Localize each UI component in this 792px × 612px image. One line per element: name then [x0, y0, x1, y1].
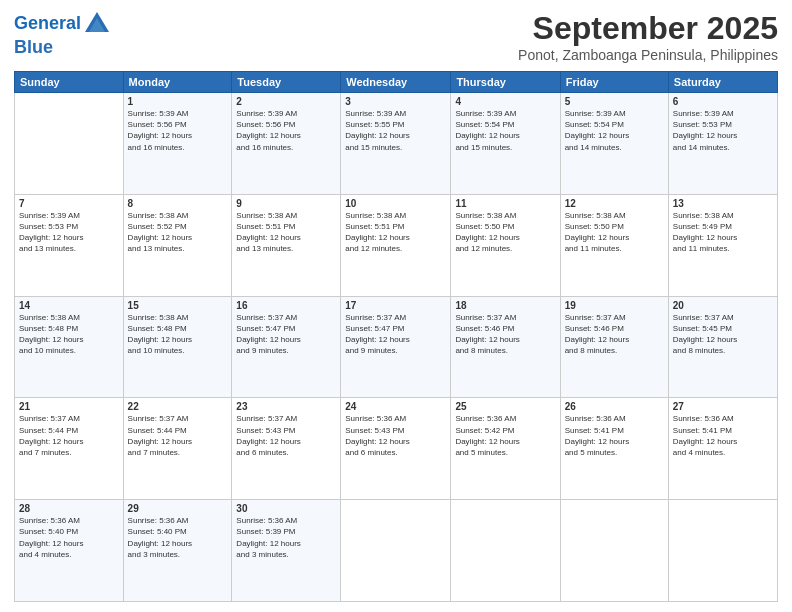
- calendar-cell: 5Sunrise: 5:39 AM Sunset: 5:54 PM Daylig…: [560, 93, 668, 195]
- weekday-header-friday: Friday: [560, 72, 668, 93]
- calendar-cell: 4Sunrise: 5:39 AM Sunset: 5:54 PM Daylig…: [451, 93, 560, 195]
- day-number: 10: [345, 198, 446, 209]
- day-number: 4: [455, 96, 555, 107]
- calendar-cell: 12Sunrise: 5:38 AM Sunset: 5:50 PM Dayli…: [560, 194, 668, 296]
- calendar-cell: 21Sunrise: 5:37 AM Sunset: 5:44 PM Dayli…: [15, 398, 124, 500]
- day-number: 20: [673, 300, 773, 311]
- day-info: Sunrise: 5:39 AM Sunset: 5:54 PM Dayligh…: [455, 108, 555, 153]
- calendar-cell: 28Sunrise: 5:36 AM Sunset: 5:40 PM Dayli…: [15, 500, 124, 602]
- day-number: 14: [19, 300, 119, 311]
- day-number: 28: [19, 503, 119, 514]
- day-info: Sunrise: 5:38 AM Sunset: 5:51 PM Dayligh…: [345, 210, 446, 255]
- calendar-row: 28Sunrise: 5:36 AM Sunset: 5:40 PM Dayli…: [15, 500, 778, 602]
- calendar-cell: 30Sunrise: 5:36 AM Sunset: 5:39 PM Dayli…: [232, 500, 341, 602]
- calendar-cell: 1Sunrise: 5:39 AM Sunset: 5:56 PM Daylig…: [123, 93, 232, 195]
- day-info: Sunrise: 5:37 AM Sunset: 5:44 PM Dayligh…: [19, 413, 119, 458]
- title-block: September 2025 Ponot, Zamboanga Peninsul…: [518, 10, 778, 63]
- weekday-header-sunday: Sunday: [15, 72, 124, 93]
- calendar-cell: 15Sunrise: 5:38 AM Sunset: 5:48 PM Dayli…: [123, 296, 232, 398]
- calendar-cell: [15, 93, 124, 195]
- day-number: 9: [236, 198, 336, 209]
- calendar-cell: 8Sunrise: 5:38 AM Sunset: 5:52 PM Daylig…: [123, 194, 232, 296]
- calendar-cell: 26Sunrise: 5:36 AM Sunset: 5:41 PM Dayli…: [560, 398, 668, 500]
- day-info: Sunrise: 5:38 AM Sunset: 5:51 PM Dayligh…: [236, 210, 336, 255]
- calendar-cell: 7Sunrise: 5:39 AM Sunset: 5:53 PM Daylig…: [15, 194, 124, 296]
- calendar-cell: 2Sunrise: 5:39 AM Sunset: 5:56 PM Daylig…: [232, 93, 341, 195]
- day-info: Sunrise: 5:38 AM Sunset: 5:48 PM Dayligh…: [128, 312, 228, 357]
- day-number: 19: [565, 300, 664, 311]
- day-number: 22: [128, 401, 228, 412]
- day-info: Sunrise: 5:36 AM Sunset: 5:41 PM Dayligh…: [673, 413, 773, 458]
- calendar-cell: 6Sunrise: 5:39 AM Sunset: 5:53 PM Daylig…: [668, 93, 777, 195]
- day-info: Sunrise: 5:37 AM Sunset: 5:43 PM Dayligh…: [236, 413, 336, 458]
- calendar-cell: 18Sunrise: 5:37 AM Sunset: 5:46 PM Dayli…: [451, 296, 560, 398]
- day-info: Sunrise: 5:39 AM Sunset: 5:56 PM Dayligh…: [128, 108, 228, 153]
- day-info: Sunrise: 5:38 AM Sunset: 5:49 PM Dayligh…: [673, 210, 773, 255]
- calendar-cell: 17Sunrise: 5:37 AM Sunset: 5:47 PM Dayli…: [341, 296, 451, 398]
- logo-blue-text: Blue: [14, 37, 53, 57]
- logo-icon: [83, 10, 111, 38]
- day-number: 21: [19, 401, 119, 412]
- day-info: Sunrise: 5:39 AM Sunset: 5:56 PM Dayligh…: [236, 108, 336, 153]
- day-number: 17: [345, 300, 446, 311]
- calendar-cell: 10Sunrise: 5:38 AM Sunset: 5:51 PM Dayli…: [341, 194, 451, 296]
- weekday-header-saturday: Saturday: [668, 72, 777, 93]
- day-number: 2: [236, 96, 336, 107]
- calendar-row: 14Sunrise: 5:38 AM Sunset: 5:48 PM Dayli…: [15, 296, 778, 398]
- day-number: 11: [455, 198, 555, 209]
- day-info: Sunrise: 5:36 AM Sunset: 5:42 PM Dayligh…: [455, 413, 555, 458]
- day-number: 12: [565, 198, 664, 209]
- calendar-cell: 11Sunrise: 5:38 AM Sunset: 5:50 PM Dayli…: [451, 194, 560, 296]
- day-number: 1: [128, 96, 228, 107]
- calendar-cell: [341, 500, 451, 602]
- day-info: Sunrise: 5:39 AM Sunset: 5:53 PM Dayligh…: [673, 108, 773, 153]
- calendar-header-row: SundayMondayTuesdayWednesdayThursdayFrid…: [15, 72, 778, 93]
- calendar-cell: 22Sunrise: 5:37 AM Sunset: 5:44 PM Dayli…: [123, 398, 232, 500]
- day-number: 13: [673, 198, 773, 209]
- calendar-cell: 16Sunrise: 5:37 AM Sunset: 5:47 PM Dayli…: [232, 296, 341, 398]
- logo: General Blue: [14, 10, 111, 58]
- calendar-table: SundayMondayTuesdayWednesdayThursdayFrid…: [14, 71, 778, 602]
- day-number: 3: [345, 96, 446, 107]
- calendar-cell: [668, 500, 777, 602]
- weekday-header-wednesday: Wednesday: [341, 72, 451, 93]
- calendar-row: 21Sunrise: 5:37 AM Sunset: 5:44 PM Dayli…: [15, 398, 778, 500]
- day-number: 5: [565, 96, 664, 107]
- calendar-body: 1Sunrise: 5:39 AM Sunset: 5:56 PM Daylig…: [15, 93, 778, 602]
- calendar-cell: 27Sunrise: 5:36 AM Sunset: 5:41 PM Dayli…: [668, 398, 777, 500]
- calendar-cell: [451, 500, 560, 602]
- calendar-cell: 25Sunrise: 5:36 AM Sunset: 5:42 PM Dayli…: [451, 398, 560, 500]
- day-info: Sunrise: 5:36 AM Sunset: 5:43 PM Dayligh…: [345, 413, 446, 458]
- day-info: Sunrise: 5:37 AM Sunset: 5:46 PM Dayligh…: [565, 312, 664, 357]
- weekday-header-thursday: Thursday: [451, 72, 560, 93]
- day-info: Sunrise: 5:36 AM Sunset: 5:39 PM Dayligh…: [236, 515, 336, 560]
- calendar-cell: 29Sunrise: 5:36 AM Sunset: 5:40 PM Dayli…: [123, 500, 232, 602]
- calendar-cell: 3Sunrise: 5:39 AM Sunset: 5:55 PM Daylig…: [341, 93, 451, 195]
- calendar-row: 1Sunrise: 5:39 AM Sunset: 5:56 PM Daylig…: [15, 93, 778, 195]
- day-info: Sunrise: 5:36 AM Sunset: 5:40 PM Dayligh…: [128, 515, 228, 560]
- calendar-cell: 9Sunrise: 5:38 AM Sunset: 5:51 PM Daylig…: [232, 194, 341, 296]
- calendar-cell: 20Sunrise: 5:37 AM Sunset: 5:45 PM Dayli…: [668, 296, 777, 398]
- calendar-cell: [560, 500, 668, 602]
- calendar-cell: 23Sunrise: 5:37 AM Sunset: 5:43 PM Dayli…: [232, 398, 341, 500]
- day-number: 23: [236, 401, 336, 412]
- calendar-cell: 13Sunrise: 5:38 AM Sunset: 5:49 PM Dayli…: [668, 194, 777, 296]
- day-number: 6: [673, 96, 773, 107]
- day-info: Sunrise: 5:39 AM Sunset: 5:54 PM Dayligh…: [565, 108, 664, 153]
- month-title: September 2025: [518, 10, 778, 47]
- day-info: Sunrise: 5:37 AM Sunset: 5:47 PM Dayligh…: [345, 312, 446, 357]
- calendar-cell: 24Sunrise: 5:36 AM Sunset: 5:43 PM Dayli…: [341, 398, 451, 500]
- day-number: 15: [128, 300, 228, 311]
- calendar-row: 7Sunrise: 5:39 AM Sunset: 5:53 PM Daylig…: [15, 194, 778, 296]
- day-info: Sunrise: 5:36 AM Sunset: 5:41 PM Dayligh…: [565, 413, 664, 458]
- day-number: 25: [455, 401, 555, 412]
- day-number: 18: [455, 300, 555, 311]
- weekday-header-monday: Monday: [123, 72, 232, 93]
- calendar-cell: 19Sunrise: 5:37 AM Sunset: 5:46 PM Dayli…: [560, 296, 668, 398]
- day-number: 30: [236, 503, 336, 514]
- day-number: 27: [673, 401, 773, 412]
- day-info: Sunrise: 5:38 AM Sunset: 5:50 PM Dayligh…: [455, 210, 555, 255]
- day-number: 26: [565, 401, 664, 412]
- day-number: 24: [345, 401, 446, 412]
- day-info: Sunrise: 5:37 AM Sunset: 5:46 PM Dayligh…: [455, 312, 555, 357]
